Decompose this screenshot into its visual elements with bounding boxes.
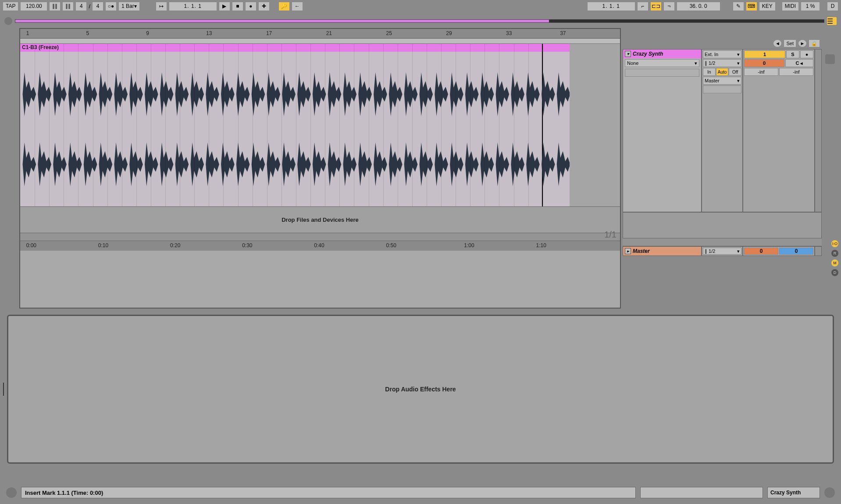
arm-button[interactable]: ● xyxy=(800,50,813,58)
draw-mode-icon[interactable]: ✎ xyxy=(733,2,744,11)
monitor-off-button[interactable]: Off xyxy=(729,68,741,76)
computer-midi-keyboard-icon[interactable]: ⌨ xyxy=(746,2,757,11)
nudge-down-icon[interactable]: ∥∥ xyxy=(49,2,61,11)
output-select[interactable]: Master▾ xyxy=(703,77,741,85)
master-pan[interactable]: 0 xyxy=(779,248,813,255)
side-show-hide: I·O R M D xyxy=(831,240,838,276)
tap-button[interactable]: TAP xyxy=(3,2,18,11)
grid-line xyxy=(282,44,282,206)
track-name-label: Crazy Synth xyxy=(633,51,663,57)
overdub-button[interactable]: ✚ xyxy=(258,2,270,11)
loop-length[interactable]: 36. 0. 0 xyxy=(677,2,720,11)
arrangement-overview[interactable] xyxy=(15,19,824,23)
grid-line xyxy=(267,44,267,206)
input-type-select[interactable]: Ext. In▾ xyxy=(703,50,741,58)
time-mark: 0:30 xyxy=(242,242,252,248)
timesig-den[interactable]: 4 xyxy=(92,2,103,11)
status-text: Insert Mark 1.1.1 (Time: 0:00) xyxy=(21,487,636,498)
arrangement-view: 1 5 9 13 17 21 25 29 33 37 C1-B3 (Freeze… xyxy=(19,28,621,309)
input-channel-select[interactable]: ∥ 1/2▾ xyxy=(703,59,741,67)
key-map-button[interactable]: KEY xyxy=(759,2,776,11)
mixer-toggle[interactable]: M xyxy=(831,259,838,266)
info-view-toggle-icon[interactable] xyxy=(6,487,17,498)
track-activator[interactable]: 1 xyxy=(744,50,785,58)
master-fold-icon[interactable]: ▸ xyxy=(625,248,631,254)
selected-track-label: Crazy Synth xyxy=(767,487,820,498)
clip-header[interactable]: C1-B3 (Freeze) xyxy=(20,44,570,52)
grid-line xyxy=(238,44,239,206)
fx-drop-label: Drop Audio Effects Here xyxy=(385,386,456,393)
volume-inf-2[interactable]: -inf xyxy=(779,68,813,76)
lock-icon[interactable]: 🔒 xyxy=(809,39,820,47)
beat-ruler[interactable]: 1 5 9 13 17 21 25 29 33 37 xyxy=(20,29,620,39)
returns-toggle[interactable]: R xyxy=(831,250,838,257)
ruler-pad xyxy=(623,28,822,38)
device-view[interactable]: Drop Audio Effects Here xyxy=(7,315,834,464)
grid-line xyxy=(78,44,78,206)
grid-line xyxy=(398,44,398,206)
grid-line xyxy=(310,44,311,206)
grid-line xyxy=(499,44,499,206)
overview-row: ☰ xyxy=(0,17,841,25)
master-mixer: 0 0 xyxy=(743,246,815,256)
disk-overload-indicator[interactable]: D xyxy=(827,2,838,11)
prev-locator-button[interactable]: ◄ xyxy=(773,39,782,47)
master-io: ∥ 1/2▾ xyxy=(702,246,743,256)
nudge-up-icon[interactable]: ∥∥ xyxy=(62,2,74,11)
clip-area[interactable]: C1-B3 (Freeze) xyxy=(20,44,620,206)
grid-line xyxy=(339,44,340,206)
delay-toggle[interactable]: D xyxy=(831,269,838,276)
solo-button[interactable]: S xyxy=(786,50,799,58)
ruler-mark: 17 xyxy=(266,30,272,36)
arrangement-view-icon[interactable] xyxy=(825,54,835,64)
drop-right-pad xyxy=(623,212,822,238)
monitor-auto-button[interactable]: Auto xyxy=(716,68,729,76)
follow-icon[interactable]: ↦ xyxy=(156,2,167,11)
master-title[interactable]: ▸ Master xyxy=(623,246,702,256)
time-mark: 0:20 xyxy=(170,242,180,248)
mini-waveform[interactable] xyxy=(640,487,763,498)
back-to-arrangement-icon[interactable]: ← xyxy=(292,2,303,11)
browser-toggle-icon[interactable] xyxy=(4,17,12,25)
timesig-num[interactable]: 4 xyxy=(75,2,87,11)
quantize-menu[interactable]: 1 Bar ▾ xyxy=(118,2,140,11)
arrangement-position[interactable]: 1. 1. 1 xyxy=(169,2,217,11)
master-delay[interactable]: 0 xyxy=(744,248,778,255)
time-ruler[interactable]: 0:00 0:10 0:20 0:30 0:40 0:50 1:00 1:10 xyxy=(20,241,620,251)
loop-button[interactable]: ⊏⊐ xyxy=(650,2,662,11)
timesig-sep: / xyxy=(89,3,90,10)
grid-line xyxy=(93,44,93,206)
punch-in-icon[interactable]: ⌐ xyxy=(637,2,649,11)
ruler-mark: 9 xyxy=(146,30,149,36)
master-output-select[interactable]: ∥ 1/2▾ xyxy=(703,248,741,255)
crossfade-assign[interactable]: C ◂ xyxy=(785,59,813,67)
tempo-field[interactable]: 120.00 xyxy=(20,2,47,11)
drop-files-area[interactable]: Drop Files and Devices Here xyxy=(20,207,620,233)
next-locator-button[interactable]: ► xyxy=(798,39,807,47)
loop-position[interactable]: 1. 1. 1 xyxy=(587,2,635,11)
midi-map-button[interactable]: MIDI xyxy=(782,2,799,11)
session-view-button[interactable]: ☰ xyxy=(827,17,837,25)
io-toggle[interactable]: I·O xyxy=(831,240,838,247)
monitor-in-button[interactable]: In xyxy=(703,68,716,76)
set-locator-button[interactable]: Set xyxy=(784,39,796,47)
play-button[interactable]: ▶ xyxy=(219,2,230,11)
output-sub-select[interactable] xyxy=(703,85,741,93)
punch-out-icon[interactable]: ¬ xyxy=(663,2,675,11)
grid-line xyxy=(180,44,180,206)
device-select[interactable]: None▾ xyxy=(625,59,699,67)
volume-inf-1[interactable]: -inf xyxy=(744,68,778,76)
automation-arm-button[interactable]: 🔑 xyxy=(278,2,290,11)
record-button[interactable]: ● xyxy=(245,2,257,11)
track-delay[interactable]: 0 xyxy=(744,59,784,67)
device-view-handle[interactable] xyxy=(3,383,7,396)
spacer-row: 1/1 xyxy=(20,233,620,241)
metronome-icon[interactable]: ○● xyxy=(105,2,117,11)
loop-brace[interactable] xyxy=(20,39,620,44)
track-title[interactable]: ▾ Crazy Synth xyxy=(623,50,701,58)
grid-line xyxy=(456,44,456,206)
device-param-select[interactable] xyxy=(625,69,699,77)
detail-view-toggle-icon[interactable] xyxy=(824,487,835,498)
track-fold-icon[interactable]: ▾ xyxy=(625,51,631,57)
stop-button[interactable]: ■ xyxy=(232,2,243,11)
